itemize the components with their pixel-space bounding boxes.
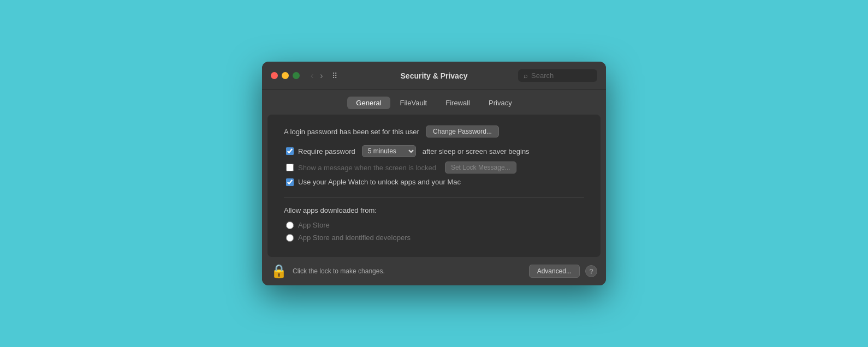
bottom-bar: 🔒 Click the lock to make changes. Advanc… [262,257,606,285]
section-divider [284,197,584,198]
show-message-row: Show a message when the screen is locked… [286,161,584,174]
app-store-identified-radio[interactable] [286,234,294,242]
tab-privacy[interactable]: Privacy [480,97,521,109]
help-button[interactable]: ? [585,265,597,277]
app-store-label: App Store [298,221,330,229]
apple-watch-row: Use your Apple Watch to unlock apps and … [286,178,584,186]
system-preferences-window: ‹ › ⠿ Security & Privacy ⌕ General FileV… [262,62,606,285]
set-lock-message-button[interactable]: Set Lock Message... [445,161,516,174]
login-password-text: A login password has been set for this u… [284,128,419,136]
grid-icon[interactable]: ⠿ [332,71,337,80]
app-store-identified-label: App Store and identified developers [298,234,411,242]
maximize-button[interactable] [293,72,300,79]
titlebar: ‹ › ⠿ Security & Privacy ⌕ [262,62,606,90]
require-password-row: Require password 5 minutes immediately 5… [286,145,584,157]
back-button[interactable]: ‹ [308,70,316,81]
search-icon: ⌕ [524,71,528,80]
close-button[interactable] [271,72,278,79]
show-message-checkbox[interactable] [286,164,294,171]
forward-button[interactable]: › [318,70,325,81]
traffic-lights [271,72,300,79]
app-store-row: App Store [286,221,584,229]
lock-text: Click the lock to make changes. [293,267,524,275]
content-area: A login password has been set for this u… [267,115,601,257]
require-password-checkbox[interactable] [286,147,294,155]
tab-firewall[interactable]: Firewall [437,97,479,109]
search-bar: ⌕ [518,69,597,82]
change-password-button[interactable]: Change Password... [426,125,499,137]
login-password-row: A login password has been set for this u… [284,125,584,137]
app-store-identified-row: App Store and identified developers [286,234,584,242]
apple-watch-checkbox[interactable] [286,178,294,186]
search-input[interactable] [531,71,592,80]
tab-filevault[interactable]: FileVault [391,97,436,109]
lock-icon[interactable]: 🔒 [271,264,287,279]
show-message-label: Show a message when the screen is locked [298,164,436,172]
require-password-label-before: Require password [298,147,355,155]
tab-general[interactable]: General [347,97,390,109]
require-password-label-after: after sleep or screen saver begins [423,147,530,155]
require-password-select[interactable]: 5 minutes immediately 5 seconds 1 minute… [362,145,416,157]
allow-apps-label: Allow apps downloaded from: [284,206,584,214]
tab-bar: General FileVault Firewall Privacy [262,90,606,115]
nav-buttons: ‹ › [308,70,325,81]
app-store-radio[interactable] [286,222,294,229]
minimize-button[interactable] [282,72,289,79]
apple-watch-label: Use your Apple Watch to unlock apps and … [298,178,461,186]
window-title: Security & Privacy [401,71,468,80]
advanced-button[interactable]: Advanced... [529,265,580,278]
